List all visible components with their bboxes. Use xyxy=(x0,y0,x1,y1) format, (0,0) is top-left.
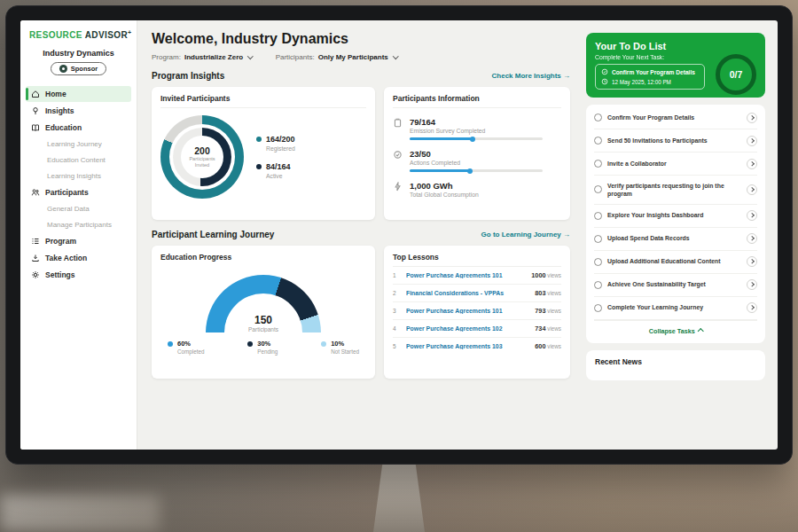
task-checkbox[interactable] xyxy=(594,281,602,289)
main-content: Welcome, Industry Dynamics Program: Indu… xyxy=(137,20,581,450)
gear-icon xyxy=(31,270,40,279)
task-item-achieve-target[interactable]: Achieve One Sustainability Target xyxy=(594,274,757,297)
registered-dot xyxy=(256,137,262,142)
next-task-box[interactable]: Confirm Your Program Details 12 May 2025… xyxy=(595,64,705,90)
sidebar-item-learning-insights[interactable]: Learning Insights xyxy=(26,168,131,184)
participants-filter-label: Participants: xyxy=(276,53,315,61)
collapse-tasks-link[interactable]: Collapse Tasks xyxy=(594,320,757,341)
legend-not-started: 10% Not Started xyxy=(321,340,359,355)
lesson-link[interactable]: Financial Considerations - VPPAs xyxy=(406,290,529,296)
sidebar-item-label: Education Content xyxy=(47,156,106,164)
todo-panel: Your To Do List Complete Your Next Task:… xyxy=(581,20,778,450)
sidebar-item-label: Participants xyxy=(45,188,89,197)
task-list-card: Confirm Your Program Details Send 50 Inv… xyxy=(586,105,765,343)
sidebar: RESOURCE ADVISOR+ Industry Dynamics Spon… xyxy=(20,20,137,450)
task-checkbox[interactable] xyxy=(594,113,602,121)
lesson-row: 1 Power Purchase Agreements 101 1000 vie… xyxy=(393,267,561,285)
invited-total: 200 xyxy=(194,145,210,156)
sidebar-item-take-action[interactable]: Take Action xyxy=(26,250,131,266)
lesson-link[interactable]: Power Purchase Agreements 101 xyxy=(406,272,526,278)
lightbulb-icon xyxy=(31,106,40,115)
chevron-right-icon[interactable] xyxy=(747,113,757,123)
task-checkbox[interactable] xyxy=(594,137,602,145)
not-started-label: Not Started xyxy=(331,348,359,355)
actions-label: Actions Completed xyxy=(410,160,543,166)
lesson-row: 4 Power Purchase Agreements 102 734 view… xyxy=(393,320,561,338)
pending-dot xyxy=(247,341,253,347)
chevron-right-icon[interactable] xyxy=(747,136,757,146)
check-more-insights-link[interactable]: Check More Insights → xyxy=(492,72,570,80)
sponsor-badge[interactable]: Sponsor xyxy=(51,62,106,75)
lesson-views: 1000 xyxy=(531,271,545,279)
book-icon xyxy=(31,123,40,132)
chevron-right-icon[interactable] xyxy=(747,233,757,244)
app-logo: RESOURCE ADVISOR+ xyxy=(26,29,131,40)
sidebar-item-settings[interactable]: Settings xyxy=(26,267,131,283)
survey-label: Emission Survey Completed xyxy=(410,128,543,134)
program-filter[interactable]: Program: Industrialize Zero xyxy=(152,53,253,61)
sidebar-item-program[interactable]: Program xyxy=(26,233,131,249)
task-item-invite-collaborator[interactable]: Invite a Collaborator xyxy=(594,153,757,176)
sidebar-item-insights[interactable]: Insights xyxy=(26,103,131,119)
go-to-learning-journey-link[interactable]: Go to Learning Journey → xyxy=(481,231,570,239)
sidebar-item-home[interactable]: Home xyxy=(26,86,131,102)
lesson-link[interactable]: Power Purchase Agreements 102 xyxy=(406,325,529,332)
home-icon xyxy=(31,90,40,98)
task-item-verify-participants[interactable]: Verify participants requesting to join t… xyxy=(594,176,757,205)
info-row-consumption: 1,000 GWh Total Global Consumption xyxy=(393,181,561,198)
task-label: Upload Additional Educational Content xyxy=(607,257,741,265)
chevron-right-icon[interactable] xyxy=(747,184,757,195)
task-checkbox[interactable] xyxy=(594,160,602,168)
lesson-link[interactable]: Power Purchase Agreements 103 xyxy=(406,343,529,349)
task-checkbox[interactable] xyxy=(594,185,602,193)
lesson-row: 5 Power Purchase Agreements 103 600 view… xyxy=(393,338,561,355)
task-label: Send 50 Invitations to Participants xyxy=(607,137,741,145)
survey-icon xyxy=(393,118,403,140)
logo-primary: RESOURCE xyxy=(29,30,82,40)
sidebar-item-education-content[interactable]: Education Content xyxy=(26,153,131,168)
chevron-up-icon xyxy=(698,328,703,333)
sidebar-item-general-data[interactable]: General Data xyxy=(26,201,131,216)
task-item-confirm-program[interactable]: Confirm Your Program Details xyxy=(594,106,757,129)
lesson-views-label: views xyxy=(546,272,562,278)
participants-information-card: Participants Information 79/164 Emission… xyxy=(384,87,570,220)
consumption-label: Total Global Consumption xyxy=(410,192,479,198)
pending-label: Pending xyxy=(257,348,278,355)
actions-value: 23/50 xyxy=(410,149,543,159)
monitor-bezel: RESOURCE ADVISOR+ Industry Dynamics Spon… xyxy=(5,5,793,465)
task-label: Explore Your Insights Dashboard xyxy=(607,211,741,219)
sidebar-item-label: Education xyxy=(45,123,82,132)
chevron-right-icon[interactable] xyxy=(747,256,757,267)
task-checkbox[interactable] xyxy=(594,258,602,266)
chevron-right-icon[interactable] xyxy=(747,159,757,169)
sidebar-item-label: Learning Insights xyxy=(47,172,101,180)
task-item-upload-spend-data[interactable]: Upload Spend Data Records xyxy=(594,228,757,251)
recent-news-card[interactable]: Recent News xyxy=(586,350,765,380)
task-item-upload-educational-content[interactable]: Upload Additional Educational Content xyxy=(594,251,757,274)
task-checkbox[interactable] xyxy=(594,235,602,243)
clock-icon xyxy=(601,78,608,85)
chevron-right-icon[interactable] xyxy=(747,279,757,290)
program-filter-label: Program: xyxy=(152,53,181,61)
chevron-right-icon[interactable] xyxy=(747,210,757,221)
recent-news-title: Recent News xyxy=(595,357,642,366)
task-checkbox[interactable] xyxy=(594,304,602,312)
task-item-send-invitations[interactable]: Send 50 Invitations to Participants xyxy=(594,129,757,153)
sidebar-item-learning-journey[interactable]: Learning Journey xyxy=(26,137,131,152)
legend-pending: 30% Pending xyxy=(247,340,278,355)
insights-cards-row: Invited Participants 200 Participants In… xyxy=(152,87,570,220)
sidebar-item-participants[interactable]: Participants xyxy=(26,184,131,200)
participants-filter[interactable]: Participants: Only My Participants xyxy=(276,53,398,61)
task-item-explore-insights[interactable]: Explore Your Insights Dashboard xyxy=(594,205,757,228)
task-item-complete-learning-journey[interactable]: Complete Your Learning Journey xyxy=(594,297,757,320)
dashboard-screen: RESOURCE ADVISOR+ Industry Dynamics Spon… xyxy=(20,20,778,450)
task-checkbox[interactable] xyxy=(594,212,602,220)
list-icon xyxy=(31,237,40,246)
sidebar-item-manage-participants[interactable]: Manage Participants xyxy=(26,217,131,232)
education-gauge-chart: 150 Participants xyxy=(206,275,321,332)
lesson-link[interactable]: Power Purchase Agreements 101 xyxy=(406,308,529,314)
sidebar-item-education[interactable]: Education xyxy=(26,120,131,136)
registered-value: 164/200 xyxy=(266,135,295,144)
chevron-right-icon[interactable] xyxy=(747,302,757,313)
logo-plus: + xyxy=(128,29,132,35)
